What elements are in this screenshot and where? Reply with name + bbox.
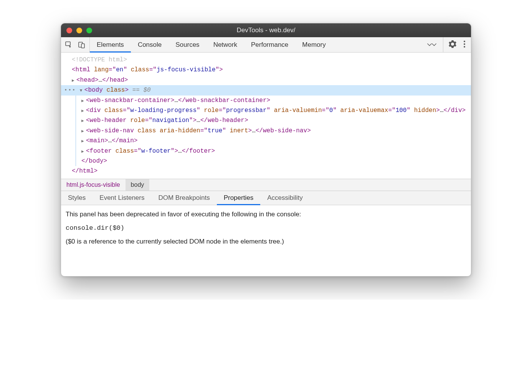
subtab-event-listeners[interactable]: Event Listeners <box>93 191 151 205</box>
deprecation-message: This panel has been deprecated in favor … <box>66 211 466 218</box>
dom-child-node[interactable]: <main>…</main> <box>76 136 471 146</box>
minimize-icon[interactable] <box>76 28 82 33</box>
gear-icon[interactable] <box>449 40 456 49</box>
dom-child-node[interactable]: <div class="w-loading-progress" role="pr… <box>76 105 471 115</box>
devtools-window: DevTools - web.dev/ ElementsConsoleSourc… <box>61 23 471 277</box>
tab-elements[interactable]: Elements <box>90 37 131 52</box>
toolbar-right <box>443 37 471 52</box>
breadcrumb-item[interactable]: html.js-focus-visible <box>61 179 126 191</box>
tab-network[interactable]: Network <box>207 37 244 52</box>
html-close-node[interactable]: </html> <box>61 166 471 176</box>
tab-sources[interactable]: Sources <box>169 37 206 52</box>
panel-tabs: ElementsConsoleSourcesNetworkPerformance… <box>90 37 421 52</box>
dom-child-node[interactable]: <web-header role="navigation">…</web-hea… <box>76 115 471 125</box>
window-title: DevTools - web.dev/ <box>61 26 471 34</box>
toolbar-left <box>61 37 90 52</box>
elements-panel[interactable]: <!DOCTYPE html><html lang="en" class="js… <box>61 53 471 179</box>
subtab-dom-breakpoints[interactable]: DOM Breakpoints <box>151 191 216 205</box>
device-toggle-icon[interactable] <box>78 41 86 49</box>
breadcrumb-item[interactable]: body <box>126 179 150 191</box>
inspect-icon[interactable] <box>65 41 73 49</box>
deprecation-code: console.dir($0) <box>66 224 466 232</box>
head-node[interactable]: <head>…</head> <box>61 75 471 85</box>
svg-point-3 <box>464 41 465 42</box>
sidebar-tabs: StylesEvent ListenersDOM BreakpointsProp… <box>61 191 471 205</box>
maximize-icon[interactable] <box>86 28 92 33</box>
kebab-menu-icon[interactable] <box>463 40 466 49</box>
subtab-accessibility[interactable]: Accessibility <box>260 191 310 205</box>
tab-performance[interactable]: Performance <box>244 37 295 52</box>
body-close-node[interactable]: </body> <box>76 156 471 166</box>
tab-memory[interactable]: Memory <box>295 37 332 52</box>
dom-child-node[interactable]: <footer class="w-footer">…</footer> <box>76 146 471 156</box>
svg-point-4 <box>464 43 465 45</box>
dom-child-node[interactable]: <web-side-nav class aria-hidden="true" i… <box>76 126 471 136</box>
traffic-lights <box>61 28 92 33</box>
deprecation-note: ($0 is a reference to the currently sele… <box>66 238 466 245</box>
dom-child-node[interactable]: <web-snackbar-container>…</web-snackbar-… <box>76 96 471 105</box>
svg-rect-0 <box>66 42 70 46</box>
svg-rect-2 <box>81 44 84 48</box>
body-node[interactable]: ••• <body class> == $0 <box>61 85 471 95</box>
titlebar: DevTools - web.dev/ <box>61 23 471 37</box>
breadcrumb: html.js-focus-visiblebody <box>61 179 471 191</box>
html-open-node[interactable]: <html lang="en" class="js-focus-visible"… <box>61 65 471 75</box>
doctype-node[interactable]: <!DOCTYPE html> <box>61 55 471 65</box>
close-icon[interactable] <box>66 28 72 33</box>
main-toolbar: ElementsConsoleSourcesNetworkPerformance… <box>61 37 471 53</box>
properties-panel: This panel has been deprecated in favor … <box>61 205 471 276</box>
subtab-properties[interactable]: Properties <box>217 191 260 205</box>
svg-point-5 <box>464 46 465 48</box>
more-tabs-button[interactable] <box>421 37 443 52</box>
tab-console[interactable]: Console <box>131 37 169 52</box>
subtab-styles[interactable]: Styles <box>61 191 93 205</box>
